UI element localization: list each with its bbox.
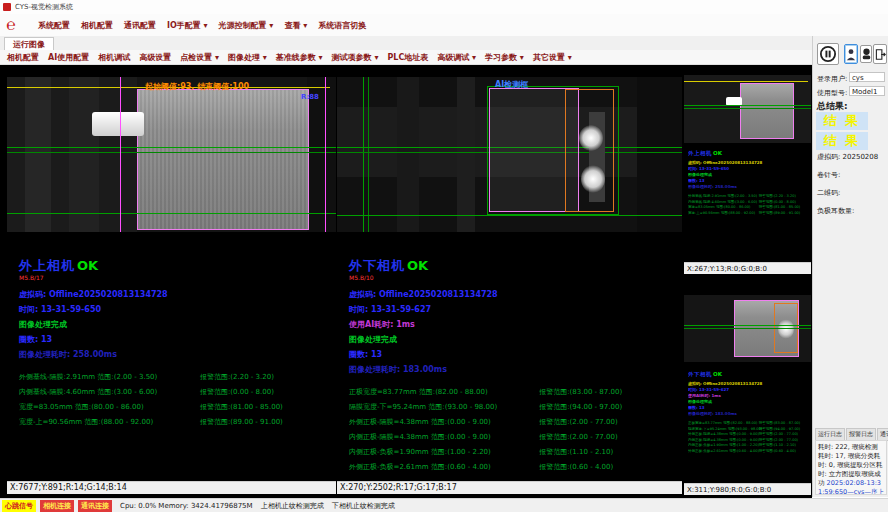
camera-sub-label: M5.B/17	[19, 274, 331, 281]
user-icon	[846, 48, 856, 61]
login-user-value[interactable]: cys	[849, 72, 885, 82]
toolbar-item[interactable]: 高级设置	[139, 52, 171, 63]
menu-item[interactable]: IO手配置 ▾	[167, 20, 208, 31]
exit-door-icon	[875, 48, 886, 61]
exit-button[interactable]	[873, 44, 887, 64]
camera-image-lower[interactable]: AI检测框	[337, 77, 682, 232]
machine-column	[457, 77, 475, 232]
pause-button[interactable]	[817, 43, 839, 65]
comm-link-badge: 通讯连接	[78, 500, 112, 512]
menu-item[interactable]: 查看 ▾	[284, 20, 307, 31]
tab-strip: 运行图像	[0, 36, 812, 51]
pause-icon	[819, 45, 837, 63]
toolbar-item[interactable]: PLC地址表	[387, 52, 428, 63]
toolbar-item[interactable]: 高级调试 ▾	[437, 52, 476, 63]
camera-info-line: 圈数: 13	[19, 332, 331, 347]
log-timestamp: 2025:02:08-13:31:59:650—cys—序上相机—图像处理耗时:…	[818, 479, 884, 495]
field-row: 虚拟码: 20250208	[817, 148, 878, 166]
green-baseline	[7, 147, 336, 148]
tab-run-image[interactable]: 运行图像	[4, 37, 54, 51]
coord-status-upper: X:7677;Y:891;R:14;G:14;B:14	[7, 481, 336, 494]
side-panel: 登录用户: cys 使用型号: Model1 总结果: 结 果结 果 虚拟码: …	[812, 36, 888, 497]
camera-title: 外下相机OK	[688, 368, 810, 378]
login-user-label: 登录用户:	[817, 74, 847, 84]
result-ok: OK	[713, 150, 722, 157]
measurement-row: 外侧正极-负极=2.61mm 范围:(0.60 - 4.00)报警范围:(0.6…	[688, 448, 810, 454]
measurement-list: 正极宽度=83.77mm 范围:(82.00 - 88.00)报警范围:(83.…	[688, 421, 810, 454]
camera-info-line: 时间: 13-31-59-650	[19, 302, 331, 317]
magenta-edge-line	[325, 77, 326, 232]
model-value[interactable]: Model1	[849, 86, 885, 96]
camera-info-list: 虚拟码: Offline2025020813134728时间: 13-31-59…	[688, 381, 810, 417]
menu-item[interactable]: 通讯配置	[124, 20, 156, 31]
camera-info-line: 使用AI耗时: 1ms	[349, 317, 677, 332]
window-title: CYS-视觉检测系统	[15, 0, 73, 14]
camera-info-line: 图像处理耗时: 258.00ms	[688, 184, 810, 190]
operator-button[interactable]	[860, 45, 872, 63]
toolbar-item[interactable]: 点检设置 ▾	[180, 52, 219, 63]
toolbar-item[interactable]: 测试项参数 ▾	[332, 52, 379, 63]
field-value: 20250208	[843, 153, 879, 161]
green-baseline	[7, 213, 336, 214]
green-vertical-line	[363, 77, 364, 232]
heartbeat-badge: 心跳信号	[2, 500, 36, 512]
mark-label: R:88	[301, 93, 319, 101]
magenta-edge-line	[120, 77, 121, 232]
mini-text-top: 外上相机OK 虚拟码: Offline2025020813134728时间: 1…	[688, 147, 810, 259]
app-window: CYS-视觉检测系统 ℮ 系统配置相机配置通讯配置IO手配置 ▾光源控制配置 ▾…	[0, 0, 888, 522]
menu-item[interactable]: 系统语言切换	[318, 20, 366, 31]
measurement-list: 外侧基线-隔膜:2.91mm 范围:(2.00 - 3.50)报警范围:(2.2…	[688, 194, 810, 216]
field-label: 卷针号:	[817, 171, 840, 179]
toolbar-item[interactable]: 其它设置 ▾	[533, 52, 572, 63]
camera-info-line: 圈数: 13	[349, 347, 677, 362]
green-baseline	[684, 108, 811, 109]
mini-image-bottom[interactable]	[684, 295, 811, 362]
toolbar-item[interactable]: 相机配置	[7, 52, 39, 63]
camera-sub-label: M5.B/10	[349, 274, 677, 281]
log-body[interactable]: 耗时: 222, 瑕疵检测耗时: 17, 瑕疵分类耗时: 0, 瑕疵提取分区耗时…	[815, 440, 887, 495]
toolbar-item[interactable]: 基准线参数 ▾	[276, 52, 323, 63]
result-ok: OK	[77, 258, 98, 273]
camera-view-upper[interactable]: 起始阈值:93, 结束阈值:100 R:88 外上相机OK M5.B/17 虚拟…	[7, 77, 336, 494]
camera-view-lower[interactable]: AI检测框 外下相机OK M5.B/10 虚拟码: Offline2025020…	[337, 77, 682, 494]
mini-view-bottom[interactable]: 外下相机OK 虚拟码: Offline2025020813134728时间: 1…	[684, 278, 811, 495]
info-fields: 虚拟码: 20250208 卷针号: 二维码: 负极耳数量:	[817, 148, 878, 220]
measurement-row: 内侧基线-隔膜:4.60mm 范围:(3.00 - 6.00)报警范围:(0.0…	[19, 385, 331, 400]
menu-item[interactable]: 系统配置	[38, 20, 70, 31]
field-row: 二维码:	[817, 184, 878, 202]
field-row: 卷针号:	[817, 166, 878, 184]
camera-info-line: 图像处理完成	[19, 317, 331, 332]
camera-info-line: 图像处理耗时: 183.00ms	[688, 411, 810, 417]
measurement-row: 隔膜宽度-下=95.24mm 范围:(93.00 - 98.00)报警范围:(9…	[349, 400, 677, 415]
mini-text-bottom: 外下相机OK 虚拟码: Offline2025020813134728时间: 1…	[688, 368, 810, 480]
camera-link-badge: 相机连接	[40, 500, 74, 512]
glare-blob	[778, 319, 794, 339]
camera-info-list: 虚拟码: Offline2025020813134728时间: 13-31-59…	[349, 287, 677, 377]
glare-blob	[581, 165, 605, 193]
machine-column	[25, 77, 51, 232]
green-baseline	[337, 215, 682, 216]
measurement-list: 正极宽度=83.77mm 范围:(82.00 - 88.00)报警范围:(83.…	[349, 385, 677, 475]
green-baseline	[7, 152, 336, 153]
mini-image-top[interactable]	[684, 75, 811, 143]
mini-view-top[interactable]: 外上相机OK 虚拟码: Offline2025020813134728时间: 1…	[684, 75, 811, 274]
menu-items: 系统配置相机配置通讯配置IO手配置 ▾光源控制配置 ▾查看 ▾系统语言切换	[38, 14, 366, 36]
menu-item[interactable]: 光源控制配置 ▾	[219, 20, 274, 31]
login-user-button[interactable]	[844, 44, 858, 64]
cpu-memory-text: Cpu: 0.0% Memory: 3424.41796875M	[120, 502, 253, 510]
toolbar-item[interactable]: AI使用配置	[48, 52, 89, 63]
toolbar-item[interactable]: 相机调试	[98, 52, 130, 63]
result-blocks: 结 果结 果	[816, 112, 868, 152]
menu-item[interactable]: 相机配置	[81, 20, 113, 31]
camera-title: 外下相机OK	[349, 255, 677, 275]
camera-image-upper[interactable]: 起始阈值:93, 结束阈值:100 R:88	[7, 77, 336, 232]
machine-column	[69, 77, 99, 232]
model-label: 使用型号:	[817, 88, 847, 98]
toolbar-item[interactable]: 图像处理 ▾	[228, 52, 267, 63]
result-ok: OK	[713, 371, 722, 378]
status-bar: 心跳信号 相机连接 通讯连接 Cpu: 0.0% Memory: 3424.41…	[0, 498, 888, 512]
camera-info-line: 虚拟码: Offline2025020813134728	[349, 287, 677, 302]
title-bar: CYS-视觉检测系统	[0, 0, 888, 15]
toolbar-item[interactable]: 学习参数 ▾	[485, 52, 524, 63]
measurement-row: 外侧正极-隔膜=4.38mm 范围:(0.00 - 9.00)报警范围:(2.0…	[349, 415, 677, 430]
